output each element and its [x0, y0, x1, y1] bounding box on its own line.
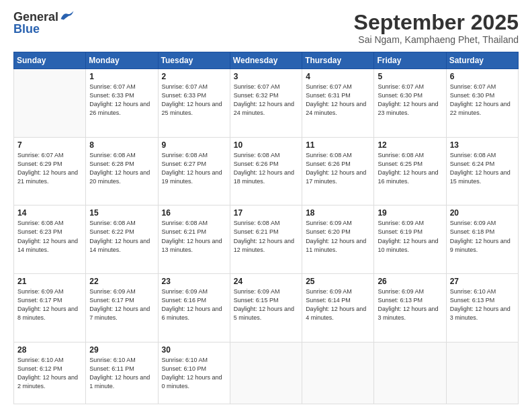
table-row: 4Sunrise: 6:07 AMSunset: 6:31 PMDaylight…: [302, 69, 374, 138]
day-number: 10: [234, 140, 298, 150]
day-number: 26: [378, 277, 442, 286]
table-row: 29Sunrise: 6:10 AMSunset: 6:11 PMDayligh…: [86, 342, 158, 404]
table-row: 10Sunrise: 6:08 AMSunset: 6:26 PMDayligh…: [230, 137, 302, 205]
day-info: Sunrise: 6:07 AMSunset: 6:33 PMDaylight:…: [89, 83, 154, 118]
day-info: Sunrise: 6:08 AMSunset: 6:21 PMDaylight:…: [234, 219, 298, 254]
title-month: September 2025: [354, 11, 519, 34]
table-row: 16Sunrise: 6:08 AMSunset: 6:21 PMDayligh…: [158, 205, 230, 274]
table-row: 11Sunrise: 6:08 AMSunset: 6:26 PMDayligh…: [302, 137, 374, 205]
table-row: [230, 342, 302, 404]
day-number: 2: [162, 72, 226, 81]
day-number: 20: [450, 208, 515, 218]
table-row: [302, 342, 374, 404]
header-sunday: Sunday: [14, 52, 86, 69]
table-row: 23Sunrise: 6:09 AMSunset: 6:16 PMDayligh…: [158, 274, 230, 342]
day-info: Sunrise: 6:10 AMSunset: 6:10 PMDaylight:…: [162, 356, 226, 391]
day-number: 19: [378, 208, 442, 218]
logo-general-text: General: [13, 11, 58, 23]
table-row: 2Sunrise: 6:07 AMSunset: 6:33 PMDaylight…: [158, 69, 230, 138]
day-info: Sunrise: 6:07 AMSunset: 6:33 PMDaylight:…: [162, 83, 226, 118]
day-number: 24: [234, 277, 298, 286]
day-number: 30: [162, 345, 226, 355]
day-number: 11: [306, 140, 370, 150]
day-number: 7: [17, 140, 82, 150]
day-number: 29: [89, 345, 154, 355]
day-number: 4: [306, 72, 370, 81]
table-row: 15Sunrise: 6:08 AMSunset: 6:22 PMDayligh…: [86, 205, 158, 274]
table-row: 25Sunrise: 6:09 AMSunset: 6:14 PMDayligh…: [302, 274, 374, 342]
day-number: 14: [17, 208, 82, 218]
table-row: 20Sunrise: 6:09 AMSunset: 6:18 PMDayligh…: [446, 205, 518, 274]
header-tuesday: Tuesday: [158, 52, 230, 69]
day-info: Sunrise: 6:10 AMSunset: 6:12 PMDaylight:…: [17, 356, 82, 391]
day-number: 6: [450, 72, 515, 81]
table-row: 6Sunrise: 6:07 AMSunset: 6:30 PMDaylight…: [446, 69, 518, 138]
table-row: 22Sunrise: 6:09 AMSunset: 6:17 PMDayligh…: [86, 274, 158, 342]
day-info: Sunrise: 6:09 AMSunset: 6:17 PMDaylight:…: [89, 287, 154, 322]
table-row: 21Sunrise: 6:09 AMSunset: 6:17 PMDayligh…: [14, 274, 86, 342]
day-number: 18: [306, 208, 370, 218]
day-number: 8: [89, 140, 154, 150]
logo: General Blue: [13, 11, 75, 35]
day-number: 3: [234, 72, 298, 81]
table-row: 28Sunrise: 6:10 AMSunset: 6:12 PMDayligh…: [14, 342, 86, 404]
calendar-header-row: Sunday Monday Tuesday Wednesday Thursday…: [14, 52, 519, 69]
page: General Blue September 2025 Sai Ngam, Ka…: [0, 0, 532, 411]
table-row: 14Sunrise: 6:08 AMSunset: 6:23 PMDayligh…: [14, 205, 86, 274]
logo-bird-icon: [60, 9, 75, 21]
day-number: 28: [17, 345, 82, 355]
calendar-table: Sunday Monday Tuesday Wednesday Thursday…: [13, 52, 519, 404]
day-number: 22: [89, 277, 154, 286]
day-number: 9: [162, 140, 226, 150]
day-number: 1: [89, 72, 154, 81]
header-wednesday: Wednesday: [230, 52, 302, 69]
header-friday: Friday: [374, 52, 446, 69]
table-row: 18Sunrise: 6:09 AMSunset: 6:20 PMDayligh…: [302, 205, 374, 274]
table-row: 24Sunrise: 6:09 AMSunset: 6:15 PMDayligh…: [230, 274, 302, 342]
day-number: 27: [450, 277, 515, 286]
day-info: Sunrise: 6:08 AMSunset: 6:24 PMDaylight:…: [450, 151, 515, 186]
table-row: 26Sunrise: 6:09 AMSunset: 6:13 PMDayligh…: [374, 274, 446, 342]
day-info: Sunrise: 6:08 AMSunset: 6:21 PMDaylight:…: [162, 219, 226, 254]
table-row: 27Sunrise: 6:10 AMSunset: 6:13 PMDayligh…: [446, 274, 518, 342]
day-number: 21: [17, 277, 82, 286]
table-row: 3Sunrise: 6:07 AMSunset: 6:32 PMDaylight…: [230, 69, 302, 138]
day-number: 17: [234, 208, 298, 218]
day-info: Sunrise: 6:07 AMSunset: 6:32 PMDaylight:…: [234, 83, 298, 118]
day-info: Sunrise: 6:08 AMSunset: 6:28 PMDaylight:…: [89, 151, 154, 186]
table-row: 1Sunrise: 6:07 AMSunset: 6:33 PMDaylight…: [86, 69, 158, 138]
day-number: 25: [306, 277, 370, 286]
table-row: 9Sunrise: 6:08 AMSunset: 6:27 PMDaylight…: [158, 137, 230, 205]
day-number: 16: [162, 208, 226, 218]
day-info: Sunrise: 6:07 AMSunset: 6:30 PMDaylight:…: [378, 83, 442, 118]
title-location: Sai Ngam, Kamphaeng Phet, Thailand: [354, 34, 519, 45]
table-row: 30Sunrise: 6:10 AMSunset: 6:10 PMDayligh…: [158, 342, 230, 404]
table-row: 7Sunrise: 6:07 AMSunset: 6:29 PMDaylight…: [14, 137, 86, 205]
day-number: 12: [378, 140, 442, 150]
day-info: Sunrise: 6:08 AMSunset: 6:26 PMDaylight:…: [234, 151, 298, 186]
day-info: Sunrise: 6:07 AMSunset: 6:30 PMDaylight:…: [450, 83, 515, 118]
day-number: 15: [89, 208, 154, 218]
logo-blue-text: Blue: [13, 23, 40, 35]
day-info: Sunrise: 6:08 AMSunset: 6:27 PMDaylight:…: [162, 151, 226, 186]
day-info: Sunrise: 6:09 AMSunset: 6:14 PMDaylight:…: [306, 287, 370, 322]
table-row: 13Sunrise: 6:08 AMSunset: 6:24 PMDayligh…: [446, 137, 518, 205]
day-info: Sunrise: 6:09 AMSunset: 6:18 PMDaylight:…: [450, 219, 515, 254]
header-thursday: Thursday: [302, 52, 374, 69]
table-row: 17Sunrise: 6:08 AMSunset: 6:21 PMDayligh…: [230, 205, 302, 274]
title-block: September 2025 Sai Ngam, Kamphaeng Phet,…: [354, 11, 519, 45]
day-number: 13: [450, 140, 515, 150]
table-row: 12Sunrise: 6:08 AMSunset: 6:25 PMDayligh…: [374, 137, 446, 205]
day-info: Sunrise: 6:09 AMSunset: 6:17 PMDaylight:…: [17, 287, 82, 322]
header-saturday: Saturday: [446, 52, 518, 69]
day-info: Sunrise: 6:10 AMSunset: 6:11 PMDaylight:…: [89, 356, 154, 391]
day-info: Sunrise: 6:08 AMSunset: 6:26 PMDaylight:…: [306, 151, 370, 186]
day-info: Sunrise: 6:09 AMSunset: 6:20 PMDaylight:…: [306, 219, 370, 254]
day-info: Sunrise: 6:09 AMSunset: 6:19 PMDaylight:…: [378, 219, 442, 254]
day-number: 23: [162, 277, 226, 286]
day-info: Sunrise: 6:09 AMSunset: 6:15 PMDaylight:…: [234, 287, 298, 322]
day-info: Sunrise: 6:08 AMSunset: 6:25 PMDaylight:…: [378, 151, 442, 186]
table-row: 19Sunrise: 6:09 AMSunset: 6:19 PMDayligh…: [374, 205, 446, 274]
day-info: Sunrise: 6:09 AMSunset: 6:16 PMDaylight:…: [162, 287, 226, 322]
day-info: Sunrise: 6:07 AMSunset: 6:31 PMDaylight:…: [306, 83, 370, 118]
